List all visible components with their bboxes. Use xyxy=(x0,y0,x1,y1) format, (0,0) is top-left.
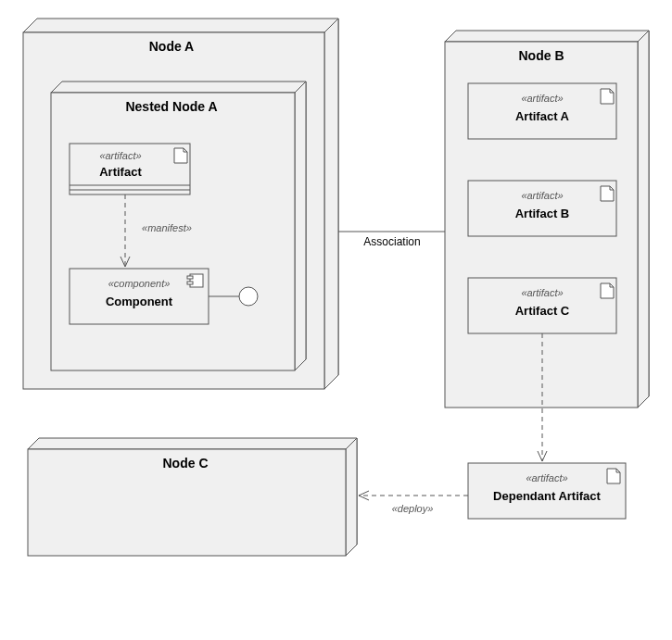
interface-lollipop-icon xyxy=(239,287,258,306)
dependant-stereotype: «artifact» xyxy=(526,472,567,483)
association-relation: Association xyxy=(338,232,445,248)
node-c: Node C xyxy=(28,438,357,556)
svg-rect-19 xyxy=(187,282,193,284)
component-stereotype: «component» xyxy=(108,278,171,289)
artifact-box: «artifact» Artifact xyxy=(70,144,190,195)
artifact-c-box: «artifact» Artifact C xyxy=(468,278,616,333)
svg-marker-34 xyxy=(346,438,357,556)
artifact-b-stereotype: «artifact» xyxy=(521,190,563,201)
component-icon xyxy=(187,274,203,287)
artifact-a-box: «artifact» Artifact A xyxy=(468,83,616,139)
node-b-title: Node B xyxy=(519,48,564,63)
artifact-a-stereotype: «artifact» xyxy=(521,93,563,104)
document-icon xyxy=(601,89,614,104)
document-icon xyxy=(174,148,187,163)
artifact-c-stereotype: «artifact» xyxy=(521,287,563,298)
document-icon xyxy=(601,283,614,298)
manifest-label: «manifest» xyxy=(142,222,192,233)
svg-marker-1 xyxy=(324,19,338,389)
artifact-c-name: Artifact C xyxy=(515,304,570,318)
document-icon xyxy=(607,469,620,483)
artifact-a-name: Artifact A xyxy=(515,109,570,123)
association-label: Association xyxy=(363,235,420,248)
deploy-label: «deploy» xyxy=(392,503,434,514)
deployment-diagram: Node A Nested Node A «artifact» Artifact… xyxy=(0,0,672,640)
svg-marker-7 xyxy=(295,82,306,370)
artifact-name: Artifact xyxy=(99,165,142,179)
svg-marker-23 xyxy=(638,31,649,408)
deploy-relation: «deploy» xyxy=(359,496,468,514)
svg-rect-18 xyxy=(187,276,193,279)
document-icon xyxy=(601,186,614,201)
artifact-stereotype: «artifact» xyxy=(99,150,141,161)
dependant-artifact-box: «artifact» Dependant Artifact xyxy=(468,463,626,519)
artifact-b-name: Artifact B xyxy=(515,207,570,220)
node-a-title: Node A xyxy=(149,39,194,54)
artifact-b-box: «artifact» Artifact B xyxy=(468,181,616,236)
component-name: Component xyxy=(106,295,173,308)
nested-node-a-title: Nested Node A xyxy=(125,99,217,114)
dependant-name: Dependant Artifact xyxy=(493,489,601,503)
node-c-title: Node C xyxy=(163,456,209,471)
